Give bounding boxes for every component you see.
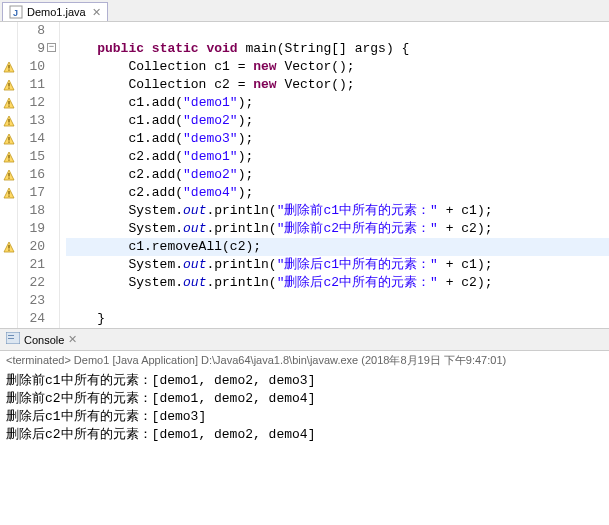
svg-rect-24 — [8, 191, 9, 195]
console-output[interactable]: 删除前c1中所有的元素：[demo1, demo2, demo3]删除前c2中所… — [0, 370, 609, 446]
warning-icon[interactable] — [0, 184, 17, 202]
close-icon[interactable]: ✕ — [68, 333, 77, 346]
line-number: 24 — [18, 310, 55, 328]
code-line[interactable]: System.out.println("删除前c2中所有的元素：" + c2); — [66, 220, 609, 238]
code-line[interactable]: System.out.println("删除后c2中所有的元素：" + c2); — [66, 274, 609, 292]
warning-icon[interactable] — [0, 58, 17, 76]
svg-rect-27 — [8, 245, 9, 249]
marker-empty — [0, 22, 17, 40]
close-icon[interactable]: ✕ — [92, 6, 101, 19]
line-number: 21 — [18, 256, 55, 274]
line-number: 14 — [18, 130, 55, 148]
line-number-gutter: 89−101112131415161718192021222324 — [18, 22, 60, 328]
line-number: 22 — [18, 274, 55, 292]
console-line: 删除后c2中所有的元素：[demo1, demo2, demo4] — [6, 426, 603, 444]
svg-rect-6 — [8, 83, 9, 87]
code-editor[interactable]: 89−101112131415161718192021222324 public… — [0, 22, 609, 329]
code-line[interactable]: c1.add("demo3"); — [66, 130, 609, 148]
console-line: 删除前c2中所有的元素：[demo1, demo2, demo4] — [6, 390, 603, 408]
code-line[interactable]: c1.add("demo1"); — [66, 94, 609, 112]
editor-tab-bar: J Demo1.java ✕ — [0, 0, 609, 22]
marker-column — [0, 22, 18, 328]
line-number: 19 — [18, 220, 55, 238]
code-line[interactable] — [66, 292, 609, 310]
svg-text:J: J — [13, 8, 18, 18]
svg-rect-31 — [8, 338, 14, 339]
svg-rect-15 — [8, 137, 9, 141]
code-line[interactable]: c2.add("demo4"); — [66, 184, 609, 202]
line-number: 8 — [18, 22, 55, 40]
marker-empty — [0, 220, 17, 238]
warning-icon[interactable] — [0, 166, 17, 184]
svg-rect-21 — [8, 173, 9, 177]
code-area[interactable]: public static void main(String[] args) {… — [60, 22, 609, 328]
java-file-icon: J — [9, 5, 23, 19]
svg-rect-30 — [8, 335, 14, 336]
line-number: 16 — [18, 166, 55, 184]
warning-icon[interactable] — [0, 130, 17, 148]
code-line[interactable]: c1.add("demo2"); — [66, 112, 609, 130]
marker-empty — [0, 256, 17, 274]
marker-empty — [0, 274, 17, 292]
warning-icon[interactable] — [0, 112, 17, 130]
marker-empty — [0, 40, 17, 58]
code-line[interactable]: c1.removeAll(c2); — [66, 238, 609, 256]
code-line[interactable]: Collection c2 = new Vector(); — [66, 76, 609, 94]
svg-rect-12 — [8, 119, 9, 123]
svg-rect-10 — [8, 106, 9, 107]
code-line[interactable] — [66, 22, 609, 40]
code-line[interactable]: } — [66, 310, 609, 328]
warning-icon[interactable] — [0, 238, 17, 256]
warning-icon[interactable] — [0, 148, 17, 166]
svg-rect-22 — [8, 178, 9, 179]
console-tab-label[interactable]: Console — [24, 334, 64, 346]
warning-icon[interactable] — [0, 94, 17, 112]
console-tab-bar: Console ✕ — [0, 329, 609, 351]
line-number: 12 — [18, 94, 55, 112]
console-icon — [6, 332, 20, 347]
code-line[interactable]: public static void main(String[] args) { — [66, 40, 609, 58]
svg-rect-9 — [8, 101, 9, 105]
console-process-info: <terminated> Demo1 [Java Application] D:… — [0, 351, 609, 370]
marker-empty — [0, 310, 17, 328]
code-line[interactable]: System.out.println("删除后c1中所有的元素：" + c1); — [66, 256, 609, 274]
marker-empty — [0, 292, 17, 310]
code-line[interactable]: Collection c1 = new Vector(); — [66, 58, 609, 76]
code-line[interactable]: System.out.println("删除前c1中所有的元素：" + c1); — [66, 202, 609, 220]
fold-toggle-icon[interactable]: − — [47, 43, 56, 52]
editor-tab[interactable]: J Demo1.java ✕ — [2, 2, 108, 21]
line-number: 11 — [18, 76, 55, 94]
line-number: 9− — [18, 40, 55, 58]
console-line: 删除前c1中所有的元素：[demo1, demo2, demo3] — [6, 372, 603, 390]
line-number: 18 — [18, 202, 55, 220]
line-number: 20 — [18, 238, 55, 256]
warning-icon[interactable] — [0, 76, 17, 94]
line-number: 23 — [18, 292, 55, 310]
svg-rect-4 — [8, 70, 9, 71]
svg-rect-13 — [8, 124, 9, 125]
svg-rect-3 — [8, 65, 9, 69]
editor-tab-label: Demo1.java — [27, 6, 86, 18]
code-line[interactable]: c2.add("demo1"); — [66, 148, 609, 166]
svg-rect-28 — [8, 250, 9, 251]
line-number: 17 — [18, 184, 55, 202]
svg-rect-25 — [8, 196, 9, 197]
svg-rect-7 — [8, 88, 9, 89]
line-number: 15 — [18, 148, 55, 166]
console-line: 删除后c1中所有的元素：[demo3] — [6, 408, 603, 426]
line-number: 10 — [18, 58, 55, 76]
svg-rect-18 — [8, 155, 9, 159]
svg-rect-16 — [8, 142, 9, 143]
line-number: 13 — [18, 112, 55, 130]
code-line[interactable]: c2.add("demo2"); — [66, 166, 609, 184]
svg-rect-19 — [8, 160, 9, 161]
marker-empty — [0, 202, 17, 220]
